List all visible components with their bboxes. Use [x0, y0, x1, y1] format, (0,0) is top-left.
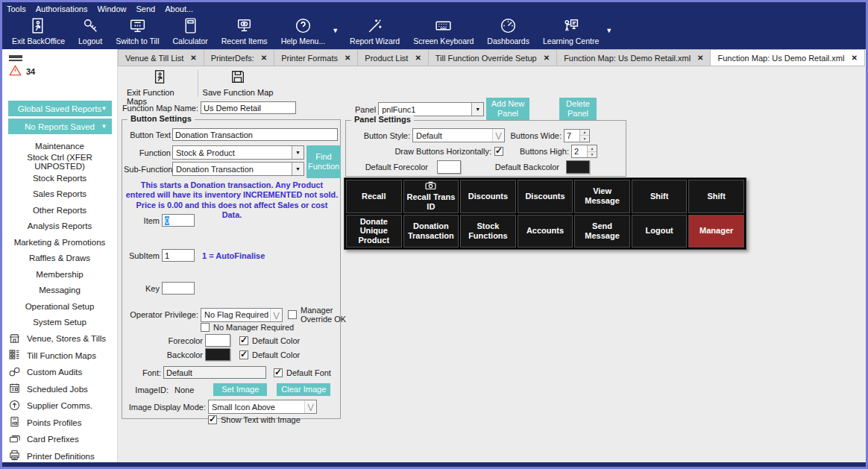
no-manager-required-checkbox[interactable] [201, 323, 210, 332]
global-saved-reports-button[interactable]: Global Saved Reports ▼ [8, 101, 112, 116]
close-icon[interactable]: ✕ [544, 54, 550, 62]
menu-item-tools[interactable]: Tools [7, 4, 26, 13]
sidebar-item-supplier-comms[interactable]: Supplier Comms. [2, 397, 117, 415]
sidebar-item-analysis-reports[interactable]: Analysis Reports [2, 218, 117, 235]
image-display-mode-select[interactable]: Small Icon Above ⋁ [208, 400, 317, 414]
sidebar-item-stock-ctrl[interactable]: Stock Ctrl (XFER UNPOSTED) [2, 154, 117, 171]
grid-button-recall[interactable]: Recall [346, 180, 402, 213]
sidebar-item-sales-reports[interactable]: Sales Reports [2, 186, 117, 203]
calculator-button[interactable]: Calculator [166, 15, 214, 45]
close-icon[interactable]: ✕ [345, 54, 350, 62]
grid-button-shift-2[interactable]: Shift [688, 180, 744, 213]
sidebar-item-stock-reports[interactable]: Stock Reports [2, 170, 117, 186]
sidebar-item-points-profiles[interactable]: Points Profiles [2, 415, 117, 432]
sidebar-item-marketing-promotions[interactable]: Marketing & Promotions [2, 234, 117, 251]
grid-button-manager[interactable]: Manager [688, 215, 744, 248]
sidebar-item-card-prefixes[interactable]: Card Prefixes [2, 431, 117, 448]
grid-button-recall-trans-id[interactable]: Recall Trans ID [403, 180, 459, 213]
spin-up-icon[interactable]: ▲ [588, 145, 597, 152]
buttons-high-stepper[interactable]: 2 ▲▼ [571, 145, 597, 158]
tab-printerdefs[interactable]: PrinterDefs:✕ [204, 49, 274, 66]
forecolor-swatch[interactable] [205, 334, 230, 347]
operator-privilege-select[interactable]: No Flag Required ⋁ [201, 308, 283, 322]
exit-backoffice-button[interactable]: Exit BackOffice [5, 15, 72, 45]
help-menu-chevron-icon[interactable]: ▼ [332, 15, 343, 34]
sidebar-item-system-setup[interactable]: System Setup [2, 315, 117, 331]
sidebar-item-printer-definitions[interactable]: Printer Definitions [2, 448, 117, 465]
sub-function-select[interactable]: Donation Transaction ▼ [172, 162, 304, 176]
sidebar-item-messaging[interactable]: Messaging [2, 283, 117, 299]
sidebar-item-membership[interactable]: Membership [2, 266, 117, 283]
key-input[interactable] [162, 282, 195, 295]
function-map-name-input[interactable] [201, 101, 296, 114]
recent-items-button[interactable]: Recent Items [215, 15, 274, 45]
backcolor-default-checkbox[interactable] [239, 350, 248, 359]
grid-button-discounts-2[interactable]: Discounts [518, 180, 573, 213]
no-reports-saved-button[interactable]: No Reports Saved ▼ [8, 119, 112, 134]
grid-button-donation-transaction[interactable]: Donation Transaction [403, 215, 459, 248]
buttons-wide-stepper[interactable]: 7 ▲▼ [564, 129, 590, 142]
grid-button-accounts[interactable]: Accounts [518, 215, 573, 248]
switch-to-till-button[interactable]: Switch to Till [109, 15, 166, 45]
default-backcolor-swatch[interactable] [566, 160, 590, 174]
tab-printer-formats[interactable]: Printer Formats✕ [274, 49, 358, 66]
dropdown-chevron-icon[interactable]: ⋁ [304, 400, 316, 413]
find-function-button[interactable]: Find Function [306, 145, 341, 178]
hamburger-menu-icon[interactable] [9, 55, 22, 58]
grid-button-shift-1[interactable]: Shift [632, 180, 688, 213]
close-icon[interactable]: ✕ [415, 54, 421, 62]
button-style-select[interactable]: Default ⋁ [412, 128, 505, 142]
dropdown-arrow-icon[interactable]: ▼ [471, 103, 483, 116]
menu-item-window[interactable]: Window [97, 4, 126, 13]
grid-button-discounts-1[interactable]: Discounts [460, 180, 516, 213]
grid-button-stock-functions[interactable]: Stock Functions [460, 215, 516, 248]
backcolor-swatch[interactable] [205, 348, 230, 361]
tab-till-function-override[interactable]: Till Function Override Setup✕ [429, 49, 557, 66]
report-wizard-button[interactable]: Report Wizard [343, 15, 406, 45]
dropdown-chevron-icon[interactable]: ⋁ [492, 129, 504, 142]
manager-override-checkbox[interactable] [288, 310, 297, 319]
sidebar-item-venue-stores-tills[interactable]: Venue, Stores & Tills [2, 330, 117, 347]
tab-venue-till-list[interactable]: Venue & Till List✕ [118, 49, 204, 66]
dashboards-button[interactable]: Dashboards [480, 15, 536, 45]
learning-centre-button[interactable]: Learning Centre [536, 15, 606, 45]
default-font-checkbox[interactable] [274, 368, 283, 377]
dropdown-arrow-icon[interactable]: ▼ [292, 146, 304, 159]
close-icon[interactable]: ✕ [190, 54, 196, 62]
draw-horizontal-checkbox[interactable] [494, 147, 503, 156]
alerts-indicator[interactable]: 34 [9, 65, 117, 78]
sidebar-item-custom-audits[interactable]: Custom Audits [2, 364, 117, 381]
menu-item-about[interactable]: About... [165, 4, 193, 13]
forecolor-default-checkbox[interactable] [239, 336, 248, 345]
help-menu-button[interactable]: Help Menu... [274, 15, 333, 45]
grid-button-donate-unique-product[interactable]: Donate Unique Product [346, 215, 402, 248]
exit-function-maps-button[interactable]: Exit Function Maps [127, 69, 194, 106]
show-text-with-image-checkbox[interactable] [208, 415, 217, 424]
delete-panel-button[interactable]: Delete Panel [559, 98, 597, 120]
tab-product-list[interactable]: Product List✕ [358, 49, 428, 66]
clear-image-button[interactable]: Clear Image [277, 383, 330, 396]
tab-function-map-2[interactable]: Function Map: Us Demo Retail.xml✕ [711, 49, 864, 66]
menu-item-send[interactable]: Send [136, 4, 156, 13]
grid-button-send-message[interactable]: Send Message [574, 215, 630, 248]
default-forecolor-swatch[interactable] [437, 160, 461, 174]
menu-item-authorisations[interactable]: Authorisations [36, 4, 88, 13]
close-icon[interactable]: ✕ [697, 54, 703, 62]
button-text-input[interactable] [172, 128, 338, 141]
learning-centre-chevron-icon[interactable]: ▼ [606, 15, 617, 34]
save-function-map-button[interactable]: Save Function Map [202, 69, 274, 97]
close-icon[interactable]: ✕ [851, 54, 857, 62]
dropdown-arrow-icon[interactable]: ▼ [292, 163, 304, 175]
grid-button-view-message[interactable]: View Message [574, 180, 630, 213]
sidebar-item-till-function-maps[interactable]: Till Function Maps [2, 347, 117, 365]
set-image-button[interactable]: Set Image [213, 383, 267, 396]
font-input[interactable] [163, 366, 266, 379]
logout-button[interactable]: Logout [72, 15, 109, 45]
function-select[interactable]: Stock & Product ▼ [172, 145, 304, 160]
sidebar-item-operational-setup[interactable]: Operational Setup [2, 298, 117, 315]
sidebar-item-scheduled-jobs[interactable]: Scheduled Jobs [2, 381, 117, 398]
screen-keyboard-button[interactable]: Screen Keyboard [406, 15, 480, 45]
spin-down-icon[interactable]: ▼ [588, 152, 597, 158]
sidebar-item-raffles-draws[interactable]: Raffles & Draws [2, 251, 117, 267]
sidebar-item-maintenance[interactable]: Maintenance [2, 138, 117, 154]
